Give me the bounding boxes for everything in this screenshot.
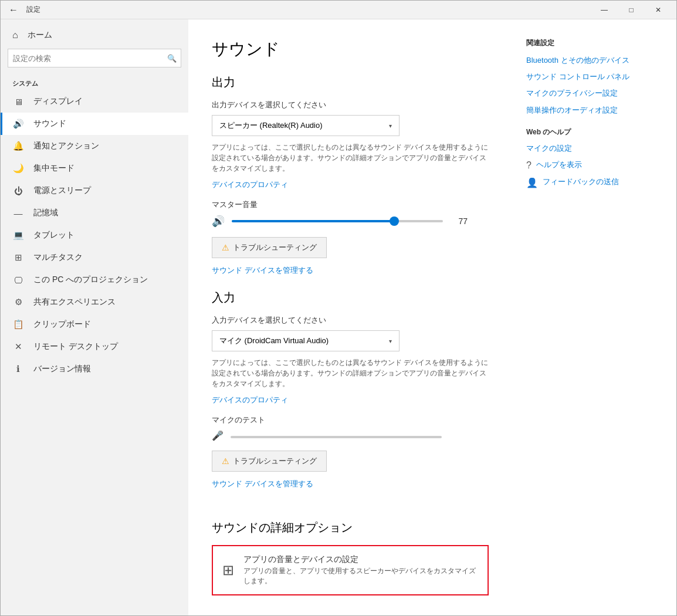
help-icon: ? [526,160,532,171]
sidebar-item-sound[interactable]: 🔊 サウンド [1,113,188,135]
output-troubleshoot-button[interactable]: ⚠ トラブルシューティング [212,237,327,258]
sidebar-item-power-label: 電源とスリープ [33,185,91,196]
search-input[interactable] [8,49,181,67]
mic-row: 🎤 [212,430,489,441]
sidebar-item-power[interactable]: ⏻ 電源とスリープ [1,180,188,202]
warning-icon: ⚠ [222,243,229,252]
app-settings-text: アプリの音量とデバイスの設定 アプリの音量と、アプリで使用するスピーカーやデバイ… [243,554,478,586]
remote-icon: ✕ [12,341,24,352]
sound-icon: 🔊 [12,119,24,129]
search-icon: 🔍 [167,54,177,63]
input-device-label: 入力デバイスを選択してください [212,315,489,326]
close-button[interactable]: ✕ [645,1,672,19]
mic-icon: 🎤 [212,430,224,441]
related-link-bluetooth[interactable]: Bluetooth とその他のデバイス [526,55,662,66]
output-device-label: 出力デバイスを選択してください [212,100,489,110]
maximize-button[interactable]: □ [618,1,645,19]
search-box: 🔍 [8,49,181,67]
titlebar: ← 設定 — □ ✕ [1,1,676,19]
multitask-icon: ⊞ [12,252,24,263]
sidebar-item-clipboard-label: クリップボード [33,319,91,330]
sidebar-item-about[interactable]: ℹ バージョン情報 [1,358,188,380]
sidebar-item-about-label: バージョン情報 [33,364,91,374]
volume-label: マスター音量 [212,199,489,210]
sidebar-item-projection[interactable]: 🖵 この PC へのプロジェクション [1,269,188,291]
power-icon: ⏻ [12,186,24,196]
related-title: 関連設定 [526,38,662,48]
volume-value: 77 [450,216,468,226]
sidebar-item-shared[interactable]: ⚙ 共有エクスペリエンス [1,291,188,313]
output-note: アプリによっては、ここで選択したものとは異なるサウンド デバイスを使用するように… [212,142,489,174]
sidebar-section-header: システム [1,75,188,90]
input-note: アプリによっては、ここで選択したものとは異なるサウンド デバイスを使用するように… [212,357,489,389]
volume-section: マスター音量 🔊 77 [212,199,489,228]
sidebar-item-storage-label: 記憶域 [33,208,58,218]
input-troubleshoot-button[interactable]: ⚠ トラブルシューティング [212,451,327,472]
feedback-link[interactable]: フィードバックの送信 [543,177,619,187]
sidebar-item-display[interactable]: 🖥 ディスプレイ [1,90,188,113]
volume-slider-thumb[interactable] [390,216,399,226]
home-label: ホーム [28,30,52,40]
sidebar-item-sound-label: サウンド [33,119,66,129]
sidebar-item-tablet[interactable]: 💻 タブレット [1,224,188,246]
content-area: サウンド 出力 出力デバイスを選択してください スピーカー (Realtek(R… [188,19,512,615]
input-device-value: マイク (DroidCam Virtual Audio) [219,336,329,346]
output-device-dropdown[interactable]: スピーカー (Realtek(R) Audio) ▾ [212,115,400,136]
input-warning-icon: ⚠ [222,456,229,466]
help-display-link[interactable]: ヘルプを表示 [536,160,582,170]
output-troubleshoot-label: トラブルシューティング [233,242,317,253]
sidebar-item-projection-label: この PC へのプロジェクション [33,275,148,285]
tablet-icon: 💻 [12,230,24,241]
web-link-mic-settings[interactable]: マイクの設定 [526,143,662,154]
detailed-section-title: サウンドの詳細オプション [212,520,489,536]
sidebar: ⌂ ホーム 🔍 システム 🖥 ディスプレイ 🔊 サウンド 🔔 通知とアクション [1,19,188,615]
sidebar-item-multitask-label: マルチタスク [33,252,83,263]
sidebar-item-focus[interactable]: 🌙 集中モード [1,157,188,180]
input-device-property-link[interactable]: デバイスのプロパティ [212,395,288,404]
sidebar-item-multitask[interactable]: ⊞ マルチタスク [1,246,188,269]
detailed-options: サウンドの詳細オプション ⊞ アプリの音量とデバイスの設定 アプリの音量と、アプ… [212,520,489,595]
sidebar-item-remote[interactable]: ✕ リモート デスクトップ [1,336,188,358]
volume-slider[interactable] [232,220,443,222]
app-settings-title: アプリの音量とデバイスの設定 [243,554,478,565]
related-link-sound-panel[interactable]: サウンド コントロール パネル [526,72,662,82]
sidebar-item-shared-label: 共有エクスペリエンス [33,297,116,307]
clipboard-icon: 📋 [12,319,24,330]
app-settings-card[interactable]: ⊞ アプリの音量とデバイスの設定 アプリの音量と、アプリで使用するスピーカーやデ… [212,545,489,595]
output-manage-link-container: サウンド デバイスを管理する [212,265,489,276]
main-content: ⌂ ホーム 🔍 システム 🖥 ディスプレイ 🔊 サウンド 🔔 通知とアクション [1,19,676,615]
feedback-icon: 👤 [526,177,538,188]
sidebar-item-display-label: ディスプレイ [33,96,83,107]
output-section-title: 出力 [212,75,489,90]
sidebar-item-clipboard[interactable]: 📋 クリップボード [1,313,188,336]
minimize-button[interactable]: — [591,1,618,19]
sidebar-item-storage[interactable]: — 記憶域 [1,202,188,224]
storage-icon: — [12,208,24,218]
output-device-property-link[interactable]: デバイスのプロパティ [212,180,288,189]
titlebar-title: 設定 [26,5,40,15]
window-controls: — □ ✕ [591,1,672,19]
input-troubleshoot-label: トラブルシューティング [233,456,317,466]
input-manage-link[interactable]: サウンド デバイスを管理する [212,479,313,488]
web-help-title: Web のヘルプ [526,127,662,137]
back-button[interactable]: ← [5,2,22,18]
window: ← 設定 — □ ✕ ⌂ ホーム 🔍 システム 🖥 ディスプレイ 🔊 [0,0,677,616]
feedback-item: 👤 フィードバックの送信 [526,177,662,188]
input-manage-link-container: サウンド デバイスを管理する [212,479,489,489]
related-link-mic-privacy[interactable]: マイクのプライバシー設定 [526,88,662,99]
output-device-value: スピーカー (Realtek(R) Audio) [219,120,323,131]
sidebar-item-remote-label: リモート デスクトップ [33,341,118,352]
page-title: サウンド [212,38,489,60]
right-panel: 関連設定 Bluetooth とその他のデバイス サウンド コントロール パネル… [512,19,676,615]
sidebar-item-focus-label: 集中モード [33,163,75,174]
sidebar-item-notifications[interactable]: 🔔 通知とアクション [1,135,188,157]
shared-icon: ⚙ [12,297,24,307]
input-chevron-down-icon: ▾ [389,338,392,344]
input-device-dropdown[interactable]: マイク (DroidCam Virtual Audio) ▾ [212,330,400,351]
home-nav-item[interactable]: ⌂ ホーム [1,24,188,46]
focus-icon: 🌙 [12,163,24,174]
sidebar-item-tablet-label: タブレット [33,230,75,241]
volume-speaker-icon: 🔊 [212,215,225,228]
related-link-accessibility[interactable]: 簡単操作のオーディオ設定 [526,105,662,116]
output-manage-link[interactable]: サウンド デバイスを管理する [212,266,313,275]
